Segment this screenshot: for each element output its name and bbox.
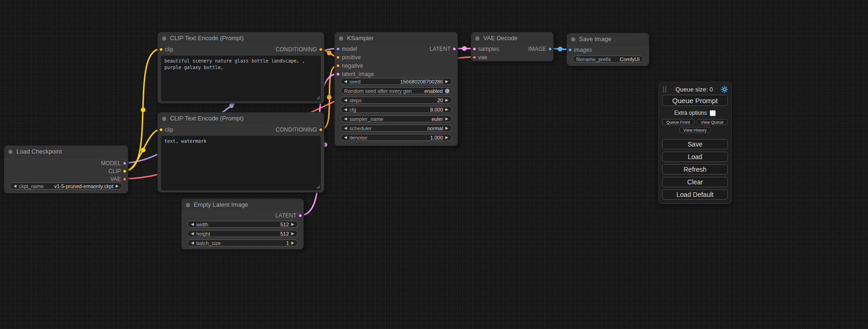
negative-prompt-textarea[interactable]: text, watermark <box>161 136 321 190</box>
node-header[interactable]: CLIP Text Encode (Prompt) <box>158 112 324 125</box>
cfg-widget[interactable]: ◀ cfg 8.000 ▶ <box>340 106 452 113</box>
model-output-port[interactable] <box>123 161 127 165</box>
widget-label: filename_prefix <box>576 56 611 63</box>
load-button[interactable]: Load <box>662 152 728 162</box>
arrow-left-icon[interactable]: ◀ <box>191 223 194 226</box>
arrow-right-icon[interactable]: ▶ <box>116 184 119 188</box>
node-title: VAE Decode <box>483 32 517 44</box>
collapse-dot-icon[interactable] <box>475 36 480 41</box>
node-header[interactable]: Load Checkpoint <box>4 146 128 158</box>
arrow-left-icon[interactable]: ◀ <box>344 98 347 102</box>
clip-input-port[interactable] <box>159 48 163 51</box>
random-seed-toggle-widget[interactable]: Random seed after every gen enabled <box>340 87 452 94</box>
drag-handle-icon[interactable] <box>662 86 667 93</box>
arrow-left-icon[interactable]: ◀ <box>14 184 16 188</box>
collapse-dot-icon[interactable] <box>571 37 575 42</box>
arrow-left-icon[interactable]: ◀ <box>191 232 194 236</box>
model-input-port[interactable] <box>336 47 340 51</box>
link-dot <box>141 108 146 112</box>
node-load-checkpoint[interactable]: Load Checkpoint MODEL CLIP VAE ◀ ckpt_na… <box>4 145 128 194</box>
vae-input-port[interactable] <box>473 56 476 59</box>
clip-output-port[interactable] <box>123 169 127 173</box>
arrow-left-icon[interactable]: ◀ <box>344 136 347 140</box>
slot-label: negative <box>342 63 363 69</box>
positive-prompt-textarea[interactable]: beautiful scenery nature glass bottle la… <box>161 56 321 101</box>
filename-prefix-widget[interactable]: filename_prefix ComfyUI <box>572 56 643 63</box>
arrow-right-icon[interactable]: ▶ <box>445 126 448 130</box>
toggle-knob[interactable] <box>445 89 450 93</box>
arrow-right-icon[interactable]: ▶ <box>445 108 448 112</box>
queue-front-button[interactable]: Queue Front <box>662 119 694 125</box>
arrow-right-icon[interactable]: ▶ <box>291 232 294 236</box>
arrow-right-icon[interactable]: ▶ <box>445 136 448 140</box>
arrow-right-icon[interactable]: ▶ <box>445 98 448 102</box>
arrow-right-icon[interactable]: ▶ <box>445 80 448 84</box>
positive-input-port[interactable] <box>336 56 340 59</box>
images-input-port[interactable] <box>568 48 572 52</box>
arrow-left-icon[interactable]: ◀ <box>344 126 347 130</box>
node-header[interactable]: Save Image <box>567 33 649 45</box>
collapse-dot-icon[interactable] <box>339 36 343 41</box>
node-vae-decode[interactable]: VAE Decode samples IMAGE vae <box>471 32 554 62</box>
conditioning-output-port[interactable] <box>319 128 323 132</box>
slot-label: clip <box>165 126 173 133</box>
collapse-dot-icon[interactable] <box>162 36 166 41</box>
refresh-button[interactable]: Refresh <box>662 164 728 175</box>
arrow-right-icon[interactable]: ▶ <box>291 241 294 245</box>
view-queue-button[interactable]: View Queue <box>697 119 728 125</box>
node-header[interactable]: Empty Latent Image <box>182 199 303 211</box>
vae-output-port[interactable] <box>123 177 127 181</box>
resize-grip[interactable] <box>316 185 320 189</box>
clear-button[interactable]: Clear <box>662 177 728 187</box>
node-graph-canvas[interactable]: Load Checkpoint MODEL CLIP VAE ◀ ckpt_na… <box>0 0 868 329</box>
settings-gear-icon[interactable] <box>721 86 728 93</box>
scheduler-widget[interactable]: ◀ scheduler normal ▶ <box>340 125 452 132</box>
image-output-port[interactable] <box>548 47 552 51</box>
view-history-button[interactable]: View History <box>679 127 711 133</box>
collapse-dot-icon[interactable] <box>186 203 190 207</box>
height-widget[interactable]: ◀ height 512 ▶ <box>187 230 298 237</box>
node-header[interactable]: VAE Decode <box>471 32 553 44</box>
steps-widget[interactable]: ◀ steps 20 ▶ <box>340 97 452 104</box>
conditioning-output-port[interactable] <box>319 48 323 51</box>
denoise-widget[interactable]: ◀ denoise 1.000 ▶ <box>340 134 452 141</box>
arrow-left-icon[interactable]: ◀ <box>191 241 194 245</box>
node-title: CLIP Text Encode (Prompt) <box>170 112 244 125</box>
slot-label: LATENT <box>275 212 296 219</box>
extra-options-checkbox[interactable] <box>710 110 716 116</box>
node-save-image[interactable]: Save Image images filename_prefix ComfyU… <box>566 33 649 66</box>
wire-clip-negative <box>125 129 161 171</box>
sampler-name-widget[interactable]: ◀ sampler_name euler ▶ <box>340 115 452 122</box>
width-widget[interactable]: ◀ width 512 ▶ <box>187 221 298 228</box>
ckpt-name-widget[interactable]: ◀ ckpt_name v1-5-pruned-emaonly.ckpt ▶ <box>10 182 122 189</box>
latent-output-port[interactable] <box>298 214 302 217</box>
seed-widget[interactable]: ◀ seed 156680208700286 ▶ <box>340 78 452 85</box>
save-button[interactable]: Save <box>662 139 728 149</box>
node-empty-latent-image[interactable]: Empty Latent Image LATENT ◀ width 512 ▶ … <box>181 198 304 250</box>
negative-input-port[interactable] <box>336 64 340 68</box>
arrow-left-icon[interactable]: ◀ <box>344 117 347 121</box>
arrow-left-icon[interactable]: ◀ <box>344 108 347 112</box>
load-default-button[interactable]: Load Default <box>662 189 728 200</box>
latent-output-port[interactable] <box>452 47 456 51</box>
collapse-dot-icon[interactable] <box>8 150 13 154</box>
node-header[interactable]: KSampler <box>335 32 458 44</box>
wire-clip-positive <box>125 49 161 171</box>
slot-label: latent_image <box>342 71 374 77</box>
clip-input-port[interactable] <box>159 128 163 132</box>
latent-image-input-port[interactable] <box>336 72 340 76</box>
collapse-dot-icon[interactable] <box>162 117 166 121</box>
arrow-right-icon[interactable]: ▶ <box>445 117 448 121</box>
node-ksampler[interactable]: KSampler model LATENT positive negative … <box>334 32 458 146</box>
widget-label: cfg <box>349 106 356 113</box>
arrow-left-icon[interactable]: ◀ <box>344 80 347 84</box>
node-clip-text-encode-negative[interactable]: CLIP Text Encode (Prompt) clip CONDITION… <box>157 112 325 193</box>
samples-input-port[interactable] <box>473 47 476 51</box>
node-clip-text-encode-positive[interactable]: CLIP Text Encode (Prompt) clip CONDITION… <box>157 32 325 104</box>
arrow-right-icon[interactable]: ▶ <box>291 223 294 226</box>
node-header[interactable]: CLIP Text Encode (Prompt) <box>158 32 324 44</box>
batch-size-widget[interactable]: ◀ batch_size 1 ▶ <box>187 239 298 246</box>
slot-label: LATENT <box>430 46 451 52</box>
queue-prompt-button[interactable]: Queue Prompt <box>662 95 728 106</box>
resize-grip[interactable] <box>316 96 320 99</box>
